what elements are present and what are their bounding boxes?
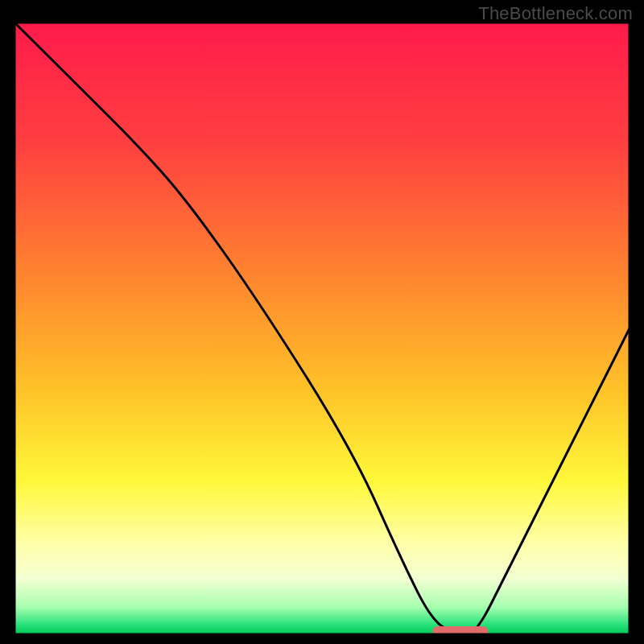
chart-frame <box>14 23 630 634</box>
watermark-text: TheBottleneck.com <box>478 3 633 24</box>
bottleneck-chart <box>14 23 630 634</box>
